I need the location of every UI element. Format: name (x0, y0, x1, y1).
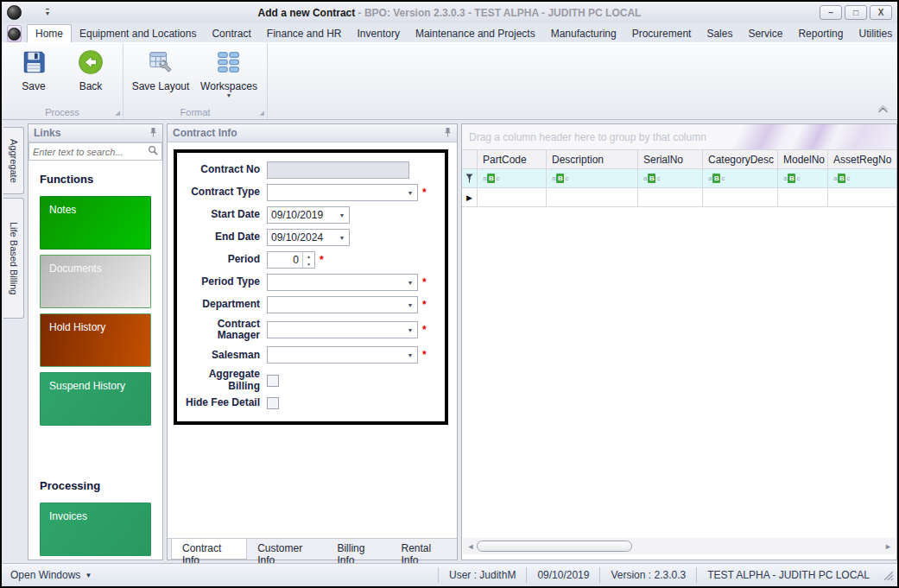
application-button[interactable] (7, 25, 22, 42)
tab-sales[interactable]: Sales (699, 25, 740, 42)
spinner-up-icon[interactable]: ▲ (303, 252, 314, 260)
contract-manager-input[interactable] (268, 324, 403, 336)
vertical-tab-life-based-billing[interactable]: Life Based Billing (3, 198, 24, 319)
group-by-hint: Drag a column header here to group by th… (469, 131, 706, 143)
quick-access-dropdown-icon[interactable]: ▾ (46, 9, 49, 17)
scrollbar-thumb[interactable] (477, 541, 632, 552)
suspend-history-button[interactable]: Suspend History (40, 372, 151, 426)
filter-cell-categorydesc[interactable]: aBc (703, 169, 778, 187)
column-header-assetregno[interactable]: AssetRegNo (828, 150, 896, 168)
chevron-down-icon[interactable]: ▼ (403, 297, 417, 313)
workspaces-button[interactable]: Workspaces ▼ (196, 47, 262, 99)
period-type-input[interactable] (268, 276, 403, 288)
links-search-box[interactable] (28, 142, 162, 161)
column-header-serialno[interactable]: SerialNo (638, 150, 703, 168)
chevron-down-icon[interactable]: ▼ (403, 185, 417, 200)
filter-cell-assetregno[interactable]: aBc (828, 169, 896, 187)
close-button[interactable]: X (870, 5, 892, 20)
documents-button[interactable]: Documents (40, 255, 151, 308)
tab-inventory[interactable]: Inventory (350, 25, 408, 42)
start-date-picker[interactable]: ▼ (267, 206, 350, 224)
period-stepper[interactable]: ▲▼ (267, 251, 315, 269)
period-input[interactable] (268, 254, 302, 266)
hide-fee-detail-checkbox[interactable] (267, 397, 279, 409)
tab-procurement[interactable]: Procurement (624, 25, 700, 42)
save-layout-icon (148, 49, 174, 78)
workspaces-label: Workspaces (200, 80, 257, 92)
back-button[interactable]: Back (64, 47, 117, 95)
filter-cell-modelno[interactable]: aBc (778, 169, 828, 187)
column-header-description[interactable]: Description (547, 150, 638, 168)
tab-equipment-and-locations[interactable]: Equipment and Locations (72, 25, 204, 42)
column-header-categorydesc[interactable]: CategoryDesc (703, 150, 778, 168)
tab-utilities[interactable]: Utilities (851, 25, 899, 42)
new-row-cell[interactable] (478, 188, 547, 206)
tab-contract-info[interactable]: Contract Info (171, 539, 247, 560)
save-layout-button[interactable]: Save Layout (129, 47, 193, 95)
required-marker: * (320, 254, 324, 266)
column-header-modelno[interactable]: ModelNo (778, 150, 828, 168)
aggregate-billing-checkbox[interactable] (267, 375, 279, 387)
chevron-down-icon[interactable]: ▼ (335, 207, 349, 223)
chevron-down-icon[interactable]: ▼ (335, 230, 349, 245)
horizontal-scrollbar[interactable]: ◄ ► (463, 538, 896, 554)
tab-finance-and-hr[interactable]: Finance and HR (259, 25, 350, 42)
department-input[interactable] (268, 299, 403, 311)
spinner-down-icon[interactable]: ▼ (303, 260, 314, 268)
notes-button[interactable]: Notes (40, 196, 151, 250)
chevron-down-icon[interactable]: ▼ (403, 275, 417, 290)
maximize-button[interactable]: □ (845, 5, 867, 20)
links-body: Functions Notes Documents Hold History S… (28, 161, 162, 560)
start-date-input[interactable] (268, 209, 335, 221)
invoices-button[interactable]: Invoices (40, 503, 151, 556)
new-row-cell[interactable] (828, 188, 896, 206)
vertical-tab-aggregate[interactable]: Aggregate (3, 127, 24, 194)
chevron-down-icon[interactable]: ▼ (403, 347, 417, 363)
search-input[interactable] (33, 147, 148, 157)
minimize-button[interactable]: – (820, 5, 842, 20)
contract-type-combo[interactable]: ▼ (267, 184, 418, 201)
collapse-ribbon-icon[interactable] (877, 104, 889, 116)
filter-cell-serialno[interactable]: aBc (638, 169, 703, 187)
chevron-down-icon[interactable]: ▼ (403, 322, 417, 338)
filter-cell-description[interactable]: aBc (547, 169, 638, 187)
grid-header-row: PartCode Description SerialNo CategoryDe… (462, 150, 896, 169)
tab-service[interactable]: Service (740, 25, 790, 42)
pin-icon[interactable] (444, 127, 452, 140)
dialog-launcher-icon[interactable]: ◢ (260, 110, 264, 117)
scroll-left-icon[interactable]: ◄ (465, 542, 477, 551)
department-combo[interactable]: ▼ (267, 296, 418, 313)
end-date-picker[interactable]: ▼ (267, 229, 350, 246)
column-header-partcode[interactable]: PartCode (478, 150, 547, 168)
save-button[interactable]: Save (7, 47, 60, 95)
scroll-right-icon[interactable]: ► (882, 542, 894, 551)
salesman-combo[interactable]: ▼ (267, 346, 418, 364)
tab-customer-info[interactable]: Customer Info (247, 539, 326, 560)
abc-a: a (783, 174, 787, 182)
new-row-cell[interactable] (638, 188, 703, 206)
hold-history-button[interactable]: Hold History (40, 313, 151, 367)
new-row-cell[interactable] (547, 188, 638, 206)
new-row-cell[interactable] (778, 188, 828, 206)
grid-new-row[interactable]: ▶ (462, 188, 896, 207)
tab-reporting[interactable]: Reporting (790, 25, 851, 42)
new-row-cell[interactable] (703, 188, 778, 206)
tab-contract[interactable]: Contract (204, 25, 258, 42)
tab-billing-info[interactable]: Billing Info (326, 539, 390, 560)
tab-manufacturing[interactable]: Manufacturing (543, 25, 624, 42)
contract-type-input[interactable] (268, 187, 403, 199)
salesman-input[interactable] (268, 349, 403, 361)
contract-manager-combo[interactable]: ▼ (267, 321, 418, 338)
pin-icon[interactable] (149, 127, 157, 140)
end-date-input[interactable] (268, 231, 335, 243)
grid-group-by-panel[interactable]: Drag a column header here to group by th… (462, 124, 896, 150)
search-icon[interactable] (148, 145, 158, 158)
tab-home[interactable]: Home (27, 24, 72, 42)
period-type-combo[interactable]: ▼ (267, 274, 418, 291)
resize-grip[interactable] (882, 569, 894, 581)
filter-cell-partcode[interactable]: aBc (478, 169, 547, 187)
tab-rental-info[interactable]: Rental Info (390, 539, 457, 560)
tab-maintenance-and-projects[interactable]: Maintenance and Projects (408, 25, 543, 42)
open-windows-dropdown[interactable]: Open Windows ▼ (10, 569, 92, 581)
dialog-launcher-icon[interactable]: ◢ (116, 110, 120, 117)
